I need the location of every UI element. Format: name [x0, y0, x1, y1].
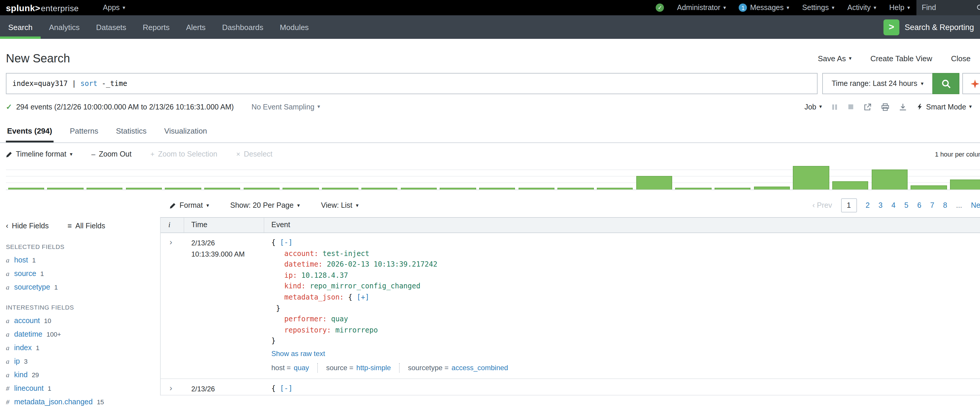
timeline-bar[interactable] [361, 188, 398, 189]
result-tab-events[interactable]: Events (294) [6, 122, 53, 142]
all-fields-link[interactable]: ≡ All Fields [67, 222, 105, 230]
event-timeline-chart[interactable] [6, 163, 980, 190]
page-button-8[interactable]: 8 [943, 201, 947, 210]
field-item-metadata_json.changed[interactable]: #metadata_json.changed15 [6, 398, 154, 407]
share-button[interactable] [864, 103, 872, 111]
help-menu[interactable]: Help ▾ [883, 0, 917, 15]
per-page-menu[interactable]: Show: 20 Per Page ▾ [230, 201, 300, 210]
field-item-host[interactable]: ahost1 [6, 256, 154, 265]
settings-menu[interactable]: Settings ▾ [796, 0, 841, 15]
timeline-bar[interactable] [244, 188, 280, 189]
timeline-bar[interactable] [832, 181, 869, 189]
timeline-bar[interactable] [204, 188, 240, 189]
zoom-out-button[interactable]: – Zoom Out [91, 150, 132, 158]
timeline-bar[interactable] [8, 188, 44, 189]
show-raw-text-link[interactable]: Show as raw text [271, 350, 325, 358]
export-button[interactable] [899, 103, 907, 111]
timeline-bar[interactable] [675, 188, 712, 189]
view-menu[interactable]: View: List ▾ [321, 201, 359, 210]
search-button[interactable] [932, 73, 959, 94]
job-success-icon: ✓ [6, 102, 12, 111]
nav-tab-analytics[interactable]: Analytics [41, 15, 88, 39]
page-button-2[interactable]: 2 [865, 201, 870, 210]
field-item-linecount[interactable]: #linecount1 [6, 384, 154, 393]
page-button-6[interactable]: 6 [917, 201, 921, 210]
page-button-4[interactable]: 4 [891, 201, 896, 210]
nav-tab-datasets[interactable]: Datasets [88, 15, 135, 39]
timeline-bar[interactable] [754, 186, 790, 189]
timeline-bar[interactable] [48, 188, 84, 189]
nav-tab-search[interactable]: Search [0, 15, 41, 39]
field-type-icon: a [6, 317, 14, 325]
query-prefix: index=quay317 | [12, 80, 80, 88]
timeline-bar[interactable] [950, 180, 980, 189]
event-sampling-menu[interactable]: No Event Sampling ▾ [251, 103, 320, 111]
timeline-bar[interactable] [322, 188, 358, 189]
app-switcher[interactable]: > Search & Reporting [883, 15, 980, 39]
expand-row-icon[interactable]: › [170, 237, 172, 247]
meta-field-value[interactable]: http-simple [356, 364, 391, 372]
field-item-ip[interactable]: aip3 [6, 357, 154, 366]
nav-tab-reports[interactable]: Reports [135, 15, 178, 39]
timeline-bar[interactable] [872, 169, 908, 189]
meta-field-value[interactable]: quay [294, 364, 309, 372]
timeline-bar[interactable] [597, 188, 633, 189]
timeline-bar[interactable] [911, 185, 947, 189]
timeline-bar[interactable] [440, 188, 476, 189]
meta-field-value[interactable]: access_combined [452, 364, 508, 372]
field-item-account[interactable]: aaccount10 [6, 317, 154, 325]
hide-fields-link[interactable]: ‹ Hide Fields [6, 222, 49, 230]
ai-assistant-button[interactable] [963, 73, 980, 94]
page-button-5[interactable]: 5 [904, 201, 908, 210]
format-menu[interactable]: Format ▾ [170, 201, 209, 210]
result-tab-patterns[interactable]: Patterns [68, 122, 99, 142]
result-tab-visualization[interactable]: Visualization [163, 122, 208, 142]
timeline-bar-slot [674, 188, 713, 189]
next-page-button[interactable]: Next › [971, 201, 980, 210]
timeline-bar[interactable] [401, 188, 437, 189]
messages-menu[interactable]: 1 Messages ▾ [732, 0, 796, 15]
timeline-bar[interactable] [558, 188, 594, 189]
nav-tab-alerts[interactable]: Alerts [178, 15, 214, 39]
result-tab-statistics[interactable]: Statistics [115, 122, 148, 142]
json-expand-toggle[interactable]: [+] [357, 293, 369, 301]
field-item-datetime[interactable]: adatetime100+ [6, 330, 154, 339]
page-button-3[interactable]: 3 [878, 201, 883, 210]
timeline-bar[interactable] [283, 188, 319, 189]
page-button-7[interactable]: 7 [930, 201, 934, 210]
field-item-index[interactable]: aindex1 [6, 344, 154, 353]
json-collapse-toggle[interactable]: [-] [280, 238, 293, 247]
user-menu[interactable]: Administrator ▾ [670, 0, 732, 15]
timeline-bar[interactable] [126, 188, 162, 189]
timeline-bar[interactable] [86, 188, 123, 189]
find-input[interactable]: Find [916, 0, 980, 15]
search-mode-menu[interactable]: Smart Mode ▾ [917, 103, 972, 111]
health-status-menu[interactable]: ✓ [649, 0, 670, 15]
job-menu[interactable]: Job ▾ [804, 103, 822, 111]
nav-tab-modules[interactable]: Modules [272, 15, 317, 39]
close-button[interactable]: Close [951, 54, 971, 63]
search-status-bar: ✓ 294 events (2/12/26 10:00:00.000 AM to… [6, 102, 974, 111]
page-button-1[interactable]: 1 [841, 198, 857, 212]
timeline-bar[interactable] [793, 166, 829, 189]
time-range-picker[interactable]: Time range: Last 24 hours ▾ [822, 73, 933, 94]
save-as-menu[interactable]: Save As ▾ [818, 54, 851, 63]
field-item-source[interactable]: asource1 [6, 269, 154, 279]
field-item-sourcetype[interactable]: asourcetype1 [6, 283, 154, 292]
timeline-format-menu[interactable]: Timeline format ▾ [6, 150, 72, 158]
apps-menu[interactable]: Apps ▾ [97, 0, 132, 15]
timeline-bar[interactable] [479, 188, 515, 189]
nav-tab-dashboards[interactable]: Dashboards [214, 15, 272, 39]
create-table-view-button[interactable]: Create Table View [870, 54, 932, 63]
timeline-bar[interactable] [714, 188, 751, 189]
timeline-bar[interactable] [636, 176, 672, 189]
activity-menu[interactable]: Activity ▾ [841, 0, 883, 15]
field-item-kind[interactable]: akind29 [6, 371, 154, 380]
timeline-bar[interactable] [518, 188, 554, 189]
fields-sidebar-header: ‹ Hide Fields ≡ All Fields [6, 222, 154, 230]
expand-row-icon[interactable]: › [170, 383, 172, 393]
print-button[interactable] [881, 103, 890, 111]
search-query-input[interactable]: index=quay317 | sort -_time [6, 73, 818, 94]
json-collapse-toggle[interactable]: [-] [280, 384, 293, 393]
timeline-bar[interactable] [165, 188, 201, 189]
